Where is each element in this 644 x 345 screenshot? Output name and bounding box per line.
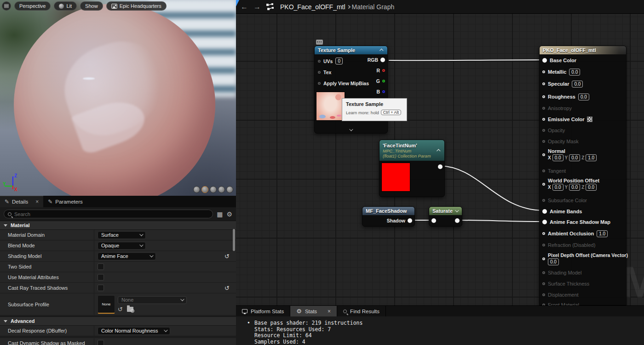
sphere-shape-button[interactable] [201,186,208,193]
use-selected-asset-icon[interactable]: ↺ [118,306,123,313]
display-filter-icon[interactable]: ▦ [217,211,223,218]
pin-icon[interactable] [542,257,545,260]
checker-swatch-icon[interactable] [587,117,592,122]
material-domain-dropdown[interactable]: Surface [98,231,146,239]
collapse-icon[interactable] [380,48,383,52]
pin-icon[interactable] [542,304,545,305]
search-box[interactable] [4,210,213,218]
pin-subsurface-color[interactable]: Subsurface Color [542,197,624,204]
show-button[interactable]: Show [80,1,103,11]
pin-opacity[interactable]: Opacity [542,127,624,134]
texture-comment-icon[interactable] [316,40,323,45]
pin-icon[interactable] [542,58,547,63]
value-box[interactable]: 0.0 [572,81,583,88]
reset-to-default-icon[interactable]: ↺ [224,285,230,292]
subsurface-profile-dropdown[interactable]: None [118,296,187,304]
pin-icon[interactable] [542,95,545,98]
pin-icon[interactable] [542,107,545,110]
pin-icon[interactable] [382,69,385,72]
close-icon[interactable]: × [35,199,39,205]
pin-icon[interactable] [318,60,321,63]
output-shadow[interactable]: Shadow [387,218,412,223]
output-g[interactable]: G [376,78,385,84]
pin-icon[interactable] [542,232,545,235]
pin-icon[interactable] [542,82,545,85]
blend-mode-dropdown[interactable]: Opaque [98,242,146,250]
pin-icon[interactable] [542,129,545,132]
cube-shape-button[interactable] [218,186,225,193]
pin-displacement[interactable]: Displacement [542,291,624,298]
pin-icon[interactable] [318,71,321,74]
node-header[interactable]: Texture Sample [315,46,387,54]
decal-response-dropdown[interactable]: Color Normal Roughness [98,327,170,335]
pin-icon[interactable] [542,140,545,143]
settings-gear-icon[interactable]: ⚙ [226,211,232,218]
pin-ambient-occlusion[interactable]: Ambient Occlusion1.0 [542,230,624,237]
output-pin-icon[interactable] [455,218,460,223]
pin-icon[interactable] [542,199,545,202]
pin-specular[interactable]: Specular0.0 [542,80,624,88]
lit-mode-button[interactable]: Lit [54,1,77,11]
reset-to-default-icon[interactable]: ↺ [224,253,230,260]
category-material[interactable]: Material [0,221,236,230]
pin-icon[interactable] [408,218,412,223]
pin-icon[interactable] [542,70,545,73]
value-box[interactable]: 0.0 [578,94,589,100]
pin-icon[interactable] [542,170,545,172]
subsurface-profile-thumbnail[interactable]: None [98,295,115,314]
pin-world-position-offset[interactable]: World Position Offset X0.0Y0.0Z0.0 [542,177,624,191]
input-tex[interactable]: Tex [318,70,331,75]
tab-details[interactable]: ✎ Details × [0,196,43,207]
pin-normal[interactable]: Normal X0.0Y0.0Z1.0 [542,148,624,162]
pin-emissive-color[interactable]: Emissive Color [542,116,624,123]
pin-anime-bands[interactable]: Anime Bands [542,208,624,215]
pin-icon[interactable] [542,220,547,224]
browse-asset-icon[interactable] [127,307,133,312]
node-header[interactable]: PKO_Face_olOFF_mtl [540,46,626,54]
output-pin-icon[interactable] [438,164,443,169]
perspective-button[interactable]: Perspective [14,1,51,11]
close-icon[interactable]: × [328,308,331,315]
pin-icon[interactable] [542,244,545,246]
pin-icon[interactable] [542,271,545,274]
pin-tangent[interactable]: Tangent [542,167,624,175]
chevron-down-icon[interactable] [455,208,459,212]
back-arrow-icon[interactable]: ← [241,3,248,11]
cylinder-shape-button[interactable] [193,186,200,193]
pin-front-material[interactable]: Front Material [542,301,624,305]
pin-surface-thickness[interactable]: Surface Thickness [542,280,624,287]
node-header[interactable]: MF_FaceShadow [362,207,414,215]
pin-icon[interactable] [542,209,547,214]
input-pin-icon[interactable] [431,218,436,223]
pin-icon[interactable] [542,183,545,186]
pin-roughness[interactable]: Roughness0.0 [542,93,624,100]
value-box[interactable]: 0.0 [586,184,597,191]
pin-icon[interactable] [382,80,385,82]
value-box[interactable]: 1.0 [597,230,608,237]
node-face-tint-num[interactable]: 'FaceTintNum' MPC_TintNum (float1) Colle… [379,140,445,197]
node-mf-face-shadow[interactable]: MF_FaceShadow Shadow [362,206,415,227]
tab-find-results[interactable]: Find Results [337,306,386,316]
use-material-attributes-checkbox[interactable] [98,274,104,281]
pin-anisotropy[interactable]: Anisotropy [542,105,624,112]
value-box[interactable]: 0.0 [552,184,564,191]
pin-icon[interactable] [542,118,545,121]
input-apply-view-mipbias[interactable]: Apply View MipBias [318,81,369,86]
pin-icon[interactable] [318,82,321,85]
pin-pixel-depth-offset[interactable]: Pixel Depth Offset (Camera Vector) 0.0 [542,252,624,266]
material-graph-canvas[interactable]: M Texture Sample UVs0 Tex Apply View Mip… [236,14,644,305]
details-scrollbar[interactable] [233,229,235,251]
node-header[interactable]: Saturate [429,207,462,215]
collapse-icon[interactable] [437,149,440,152]
cast-ray-traced-shadows-checkbox[interactable] [98,285,104,291]
search-input[interactable] [14,211,209,217]
preview-scene-button[interactable]: Epic Headquarters [106,1,167,11]
pin-icon[interactable] [382,90,385,93]
tab-platform-stats[interactable]: Platform Stats [236,306,290,316]
pin-opacity-mask[interactable]: Opacity Mask [542,138,624,145]
value-box[interactable]: 0.0 [569,184,580,191]
pin-anime-face-shadow-map[interactable]: Anime Face Shadow Map [542,218,624,226]
tab-stats[interactable]: ⚙ Stats × [290,306,337,316]
value-box[interactable]: 0.0 [552,154,564,161]
category-advanced[interactable]: Advanced [0,316,236,326]
